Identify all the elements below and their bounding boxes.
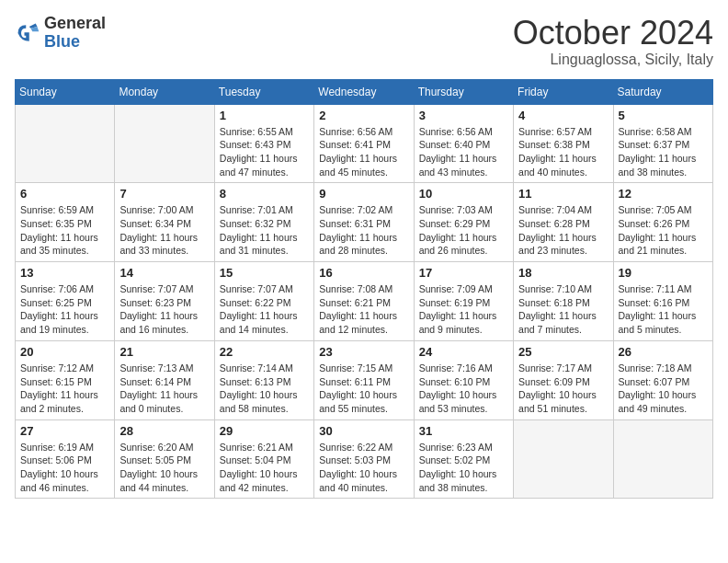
week-row-2: 6Sunrise: 6:59 AMSunset: 6:35 PMDaylight… — [16, 183, 713, 262]
calendar-cell — [514, 419, 613, 499]
day-number: 4 — [518, 109, 608, 122]
logo-icon — [15, 20, 40, 46]
calendar-cell: 17Sunrise: 7:09 AMSunset: 6:19 PMDayligh… — [414, 262, 513, 341]
calendar-cell: 1Sunrise: 6:55 AMSunset: 6:43 PMDaylight… — [214, 104, 313, 183]
day-header-tuesday: Tuesday — [214, 79, 313, 104]
title-block: October 2024 Linguaglossa, Sicily, Italy — [513, 15, 713, 68]
day-info: Sunrise: 6:22 AMSunset: 5:03 PMDaylight:… — [319, 441, 408, 495]
day-number: 13 — [20, 266, 109, 280]
day-number: 23 — [319, 345, 408, 359]
day-number: 25 — [518, 345, 608, 359]
day-info: Sunrise: 7:03 AMSunset: 6:29 PMDaylight:… — [419, 203, 508, 258]
calendar-cell: 7Sunrise: 7:00 AMSunset: 6:34 PMDaylight… — [115, 183, 214, 262]
day-number: 9 — [319, 187, 408, 201]
day-number: 12 — [619, 187, 708, 201]
day-info: Sunrise: 7:07 AMSunset: 6:22 PMDaylight:… — [220, 282, 309, 337]
day-number: 19 — [619, 266, 708, 280]
day-info: Sunrise: 7:01 AMSunset: 6:32 PMDaylight:… — [220, 203, 309, 258]
calendar-cell: 16Sunrise: 7:08 AMSunset: 6:21 PMDayligh… — [314, 262, 414, 341]
day-info: Sunrise: 6:21 AMSunset: 5:04 PMDaylight:… — [220, 441, 309, 495]
day-number: 29 — [220, 424, 309, 438]
day-number: 3 — [419, 109, 508, 122]
day-number: 2 — [319, 109, 408, 122]
calendar-cell: 11Sunrise: 7:04 AMSunset: 6:28 PMDayligh… — [514, 183, 613, 262]
day-number: 16 — [319, 266, 408, 280]
calendar-cell: 8Sunrise: 7:01 AMSunset: 6:32 PMDaylight… — [214, 183, 313, 262]
calendar-cell: 12Sunrise: 7:05 AMSunset: 6:26 PMDayligh… — [613, 183, 712, 262]
location-subtitle: Linguaglossa, Sicily, Italy — [513, 52, 713, 68]
calendar-cell: 25Sunrise: 7:17 AMSunset: 6:09 PMDayligh… — [514, 340, 613, 419]
day-info: Sunrise: 7:00 AMSunset: 6:34 PMDaylight:… — [119, 203, 209, 258]
day-info: Sunrise: 7:15 AMSunset: 6:11 PMDaylight:… — [319, 362, 408, 416]
day-number: 14 — [119, 266, 209, 280]
day-info: Sunrise: 7:08 AMSunset: 6:21 PMDaylight:… — [319, 282, 408, 337]
page-header: General Blue October 2024 Linguaglossa, … — [15, 15, 713, 68]
calendar-cell: 10Sunrise: 7:03 AMSunset: 6:29 PMDayligh… — [414, 183, 513, 262]
calendar-cell — [115, 104, 214, 183]
calendar-cell: 9Sunrise: 7:02 AMSunset: 6:31 PMDaylight… — [314, 183, 414, 262]
day-number: 30 — [319, 424, 408, 438]
day-number: 10 — [419, 187, 508, 201]
calendar-cell: 20Sunrise: 7:12 AMSunset: 6:15 PMDayligh… — [16, 340, 115, 419]
calendar-cell — [16, 104, 115, 183]
calendar-cell: 23Sunrise: 7:15 AMSunset: 6:11 PMDayligh… — [314, 340, 414, 419]
day-number: 17 — [419, 266, 508, 280]
day-info: Sunrise: 7:04 AMSunset: 6:28 PMDaylight:… — [518, 203, 608, 258]
day-info: Sunrise: 6:57 AMSunset: 6:38 PMDaylight:… — [518, 125, 608, 179]
day-info: Sunrise: 7:07 AMSunset: 6:23 PMDaylight:… — [119, 282, 209, 337]
day-info: Sunrise: 6:19 AMSunset: 5:06 PMDaylight:… — [20, 441, 109, 495]
day-info: Sunrise: 6:55 AMSunset: 6:43 PMDaylight:… — [220, 125, 309, 179]
calendar-cell: 29Sunrise: 6:21 AMSunset: 5:04 PMDayligh… — [214, 419, 313, 499]
day-info: Sunrise: 7:11 AMSunset: 6:16 PMDaylight:… — [619, 282, 708, 337]
calendar-cell: 4Sunrise: 6:57 AMSunset: 6:38 PMDaylight… — [514, 104, 613, 183]
day-number: 8 — [220, 187, 309, 201]
calendar-cell: 5Sunrise: 6:58 AMSunset: 6:37 PMDaylight… — [613, 104, 712, 183]
day-header-wednesday: Wednesday — [314, 79, 414, 104]
week-row-4: 20Sunrise: 7:12 AMSunset: 6:15 PMDayligh… — [16, 340, 713, 419]
calendar-cell: 18Sunrise: 7:10 AMSunset: 6:18 PMDayligh… — [514, 262, 613, 341]
day-number: 15 — [220, 266, 309, 280]
calendar-cell: 24Sunrise: 7:16 AMSunset: 6:10 PMDayligh… — [414, 340, 513, 419]
day-info: Sunrise: 6:56 AMSunset: 6:41 PMDaylight:… — [319, 125, 408, 179]
calendar-header-row: SundayMondayTuesdayWednesdayThursdayFrid… — [16, 79, 713, 104]
calendar-table: SundayMondayTuesdayWednesdayThursdayFrid… — [15, 79, 713, 500]
day-number: 20 — [20, 345, 109, 359]
calendar-cell: 30Sunrise: 6:22 AMSunset: 5:03 PMDayligh… — [314, 419, 414, 499]
day-info: Sunrise: 7:13 AMSunset: 6:14 PMDaylight:… — [119, 362, 209, 416]
day-number: 27 — [20, 424, 109, 438]
calendar-cell: 13Sunrise: 7:06 AMSunset: 6:25 PMDayligh… — [16, 262, 115, 341]
day-info: Sunrise: 6:58 AMSunset: 6:37 PMDaylight:… — [619, 125, 708, 179]
calendar-cell: 2Sunrise: 6:56 AMSunset: 6:41 PMDaylight… — [314, 104, 414, 183]
day-header-thursday: Thursday — [414, 79, 513, 104]
month-title: October 2024 — [513, 15, 713, 52]
calendar-cell: 22Sunrise: 7:14 AMSunset: 6:13 PMDayligh… — [214, 340, 313, 419]
day-info: Sunrise: 6:59 AMSunset: 6:35 PMDaylight:… — [20, 203, 109, 258]
day-number: 22 — [220, 345, 309, 359]
day-number: 5 — [619, 109, 708, 122]
day-number: 7 — [119, 187, 209, 201]
day-header-friday: Friday — [514, 79, 613, 104]
day-number: 26 — [619, 345, 708, 359]
logo: General Blue — [15, 15, 106, 52]
calendar-cell: 3Sunrise: 6:56 AMSunset: 6:40 PMDaylight… — [414, 104, 513, 183]
calendar-cell: 15Sunrise: 7:07 AMSunset: 6:22 PMDayligh… — [214, 262, 313, 341]
calendar-cell: 26Sunrise: 7:18 AMSunset: 6:07 PMDayligh… — [613, 340, 712, 419]
day-info: Sunrise: 7:12 AMSunset: 6:15 PMDaylight:… — [20, 362, 109, 416]
day-number: 11 — [518, 187, 608, 201]
day-number: 28 — [119, 424, 209, 438]
day-info: Sunrise: 7:18 AMSunset: 6:07 PMDaylight:… — [619, 362, 708, 416]
day-info: Sunrise: 7:17 AMSunset: 6:09 PMDaylight:… — [518, 362, 608, 416]
week-row-5: 27Sunrise: 6:19 AMSunset: 5:06 PMDayligh… — [16, 419, 713, 499]
day-info: Sunrise: 7:10 AMSunset: 6:18 PMDaylight:… — [518, 282, 608, 337]
week-row-1: 1Sunrise: 6:55 AMSunset: 6:43 PMDaylight… — [16, 104, 713, 183]
calendar-cell: 21Sunrise: 7:13 AMSunset: 6:14 PMDayligh… — [115, 340, 214, 419]
calendar-cell: 19Sunrise: 7:11 AMSunset: 6:16 PMDayligh… — [613, 262, 712, 341]
day-number: 18 — [518, 266, 608, 280]
day-info: Sunrise: 6:56 AMSunset: 6:40 PMDaylight:… — [419, 125, 508, 179]
day-number: 1 — [220, 109, 309, 122]
day-number: 31 — [419, 424, 508, 438]
day-info: Sunrise: 6:23 AMSunset: 5:02 PMDaylight:… — [419, 441, 508, 495]
day-info: Sunrise: 7:02 AMSunset: 6:31 PMDaylight:… — [319, 203, 408, 258]
calendar-cell: 27Sunrise: 6:19 AMSunset: 5:06 PMDayligh… — [16, 419, 115, 499]
day-header-saturday: Saturday — [613, 79, 712, 104]
